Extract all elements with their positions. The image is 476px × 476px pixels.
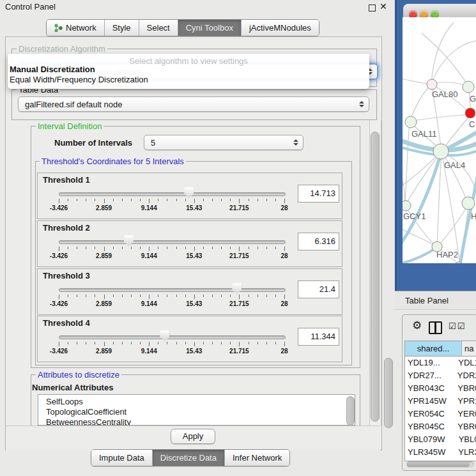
slider-tick <box>113 342 114 344</box>
network-node[interactable] <box>427 79 437 89</box>
tab-cyni-toolbox[interactable]: Cyni Toolbox <box>178 20 242 36</box>
column-layout-icon[interactable] <box>429 321 442 334</box>
threshold-value-field[interactable]: 11.344 <box>298 328 339 346</box>
cell-name: YBL0 <box>456 433 476 446</box>
slider-tick <box>239 342 240 346</box>
table-row[interactable]: YBR045CYBR0 <box>405 420 476 433</box>
column-header-name[interactable]: na <box>462 341 476 356</box>
network-node[interactable] <box>463 81 474 93</box>
slider-handle[interactable] <box>160 330 169 341</box>
slider-tick <box>59 199 59 203</box>
threshold-slider-track[interactable] <box>59 335 286 339</box>
table-row[interactable]: YER054CYER0 <box>405 408 476 420</box>
threshold-value-field[interactable]: 21.4 <box>298 280 339 298</box>
tab-label: Style <box>112 23 131 33</box>
slider-tick <box>113 199 114 201</box>
cell-name: YER0 <box>455 408 476 420</box>
table-row[interactable]: YBR043CYBR0 <box>405 382 476 395</box>
slider-tick <box>113 295 114 297</box>
network-node[interactable] <box>433 144 449 159</box>
network-node[interactable] <box>465 108 475 118</box>
threshold-value-field[interactable]: 6.316 <box>298 233 339 250</box>
attributes-list[interactable]: SelfLoopsTopologicalCoefficientBetweenne… <box>38 394 355 426</box>
slider-tick <box>203 247 204 249</box>
apply-button[interactable]: Apply <box>171 429 215 444</box>
float-window-icon[interactable] <box>369 4 376 12</box>
attribute-list-item[interactable]: TopologicalCoefficient <box>38 407 355 417</box>
slider-tick <box>86 342 86 344</box>
network-node[interactable] <box>405 116 417 128</box>
tab-infer-network[interactable]: Infer Network <box>225 450 289 466</box>
slider-tick <box>149 295 150 299</box>
tab-label: Network <box>66 23 96 33</box>
table-row[interactable]: YDR27...YDR2 <box>405 369 476 382</box>
slider-tick <box>131 247 132 249</box>
slider-tick-label: -3.426 <box>50 252 68 259</box>
number-of-intervals-combobox[interactable]: 5 <box>144 135 303 150</box>
threshold-panel: Threshold 3-3.4262.8599.14415.4321.71528… <box>37 268 342 315</box>
slider-handle[interactable] <box>124 235 134 246</box>
tab-label: Discretize Data <box>160 453 217 463</box>
table-row[interactable]: YLR345WYLR3 <box>405 446 476 459</box>
table-hscrollbar-thumb[interactable] <box>407 462 470 467</box>
slider-tick-label: 15.43 <box>186 300 202 307</box>
algorithm-option[interactable]: Manual Discretization <box>10 65 95 74</box>
column-header-shared[interactable]: shared... <box>405 341 462 356</box>
threshold-slider-track[interactable] <box>59 288 286 292</box>
slider-tick-label: 2.859 <box>96 252 112 259</box>
algorithm-option[interactable]: Equal Width/Frequency Discretization <box>10 75 148 84</box>
slider-tick <box>122 295 123 297</box>
slider-tick-label: 2.859 <box>96 348 112 355</box>
slider-tick <box>203 199 204 201</box>
table-row[interactable]: YDL19...YDL1 <box>405 357 476 369</box>
slider-tick <box>249 199 249 201</box>
table-row[interactable]: YBL079WYBL0 <box>405 433 476 446</box>
network-node[interactable] <box>462 197 475 210</box>
network-node[interactable] <box>403 201 411 211</box>
slider-tick-label: 21.715 <box>229 300 249 307</box>
network-node-label: GCY1 <box>403 211 426 221</box>
threshold-panel: Threshold 4-3.4262.8599.14415.4321.71528… <box>37 316 342 362</box>
slider-handle[interactable] <box>232 283 242 294</box>
slider-tick <box>68 342 68 344</box>
network-edge <box>410 84 431 121</box>
attribute-list-item[interactable]: SelfLoops <box>38 397 355 407</box>
network-canvas[interactable]: GAL80GACGAL11GAL4GCY1HHAP2 <box>403 17 476 263</box>
cell-shared-name: YLR345W <box>405 446 456 459</box>
tab-network[interactable]: Network <box>47 20 105 36</box>
panel-scrollbar-thumb[interactable] <box>371 132 380 422</box>
threshold-slider-track[interactable] <box>59 240 286 244</box>
slider-tick <box>212 295 213 297</box>
tab-select[interactable]: Select <box>139 20 178 36</box>
slider-tick <box>257 295 258 297</box>
settings-gear-icon[interactable]: ⚙ <box>412 319 422 332</box>
slider-tick <box>95 199 95 201</box>
slider-tick <box>86 199 86 201</box>
slider-tick <box>284 199 285 203</box>
threshold-slider-track[interactable] <box>59 192 286 196</box>
select-columns-icons[interactable]: ☑☑ <box>449 321 466 331</box>
tab-jactivemnodules[interactable]: jActiveMNodules <box>242 20 319 36</box>
tab-label: jActiveMNodules <box>249 23 311 33</box>
node-table[interactable]: shared... na YDL19...YDL1YDR27...YDR2YBR… <box>404 341 476 461</box>
threshold-value-field[interactable]: 14.713 <box>298 185 339 203</box>
table-data-combobox[interactable]: galFiltered.sif default node <box>18 96 369 112</box>
table-hscrollbar-track[interactable] <box>406 461 474 468</box>
attribute-list-item[interactable]: BetweennessCentrality <box>38 417 355 426</box>
window-scrollbar-thumb[interactable] <box>384 358 393 428</box>
close-icon[interactable]: ✕ <box>380 1 387 12</box>
slider-tick-label: 15.43 <box>186 204 202 211</box>
slider-tick <box>221 342 222 344</box>
cell-shared-name: YER054C <box>405 408 455 420</box>
tab-label: Select <box>147 23 170 33</box>
table-row[interactable]: YPR145WYPR1 <box>405 395 476 408</box>
tab-discretize-data[interactable]: Discretize Data <box>153 450 225 466</box>
tab-impute-data[interactable]: Impute Data <box>91 450 153 466</box>
attributes-list-scrollbar-thumb[interactable] <box>346 396 355 426</box>
slider-handle[interactable] <box>184 187 194 198</box>
network-edge <box>431 40 476 84</box>
tab-style[interactable]: Style <box>105 20 139 36</box>
table-panel-title: Table Panel <box>405 296 449 305</box>
slider-tick <box>284 342 285 346</box>
slider-tick <box>77 199 77 201</box>
